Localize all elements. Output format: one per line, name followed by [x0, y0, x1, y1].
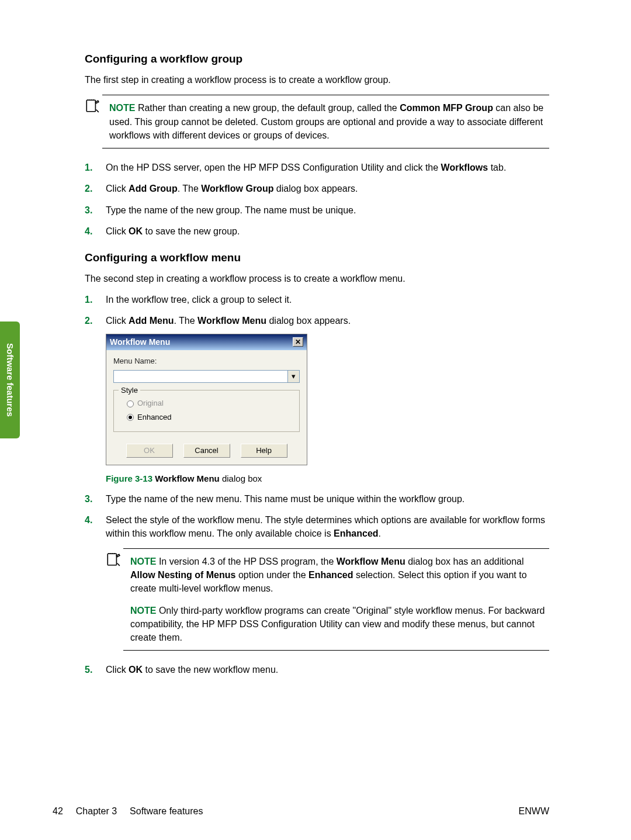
svg-rect-0 — [86, 101, 95, 112]
note-content: NOTE In version 4.3 of the HP DSS progra… — [123, 548, 549, 651]
step-5: Click OK to save the new workflow menu. — [85, 663, 549, 676]
note-text: dialog box has an additional — [405, 556, 524, 566]
heading-config-menu: Configuring a workflow menu — [85, 251, 549, 264]
step-text: Click — [106, 226, 129, 236]
heading-config-group: Configuring a workflow group — [85, 53, 549, 65]
step-text: to save the new workflow menu. — [143, 665, 278, 675]
step-bold: OK — [129, 665, 143, 675]
chapter-title: Software features — [130, 806, 203, 817]
page-footer: 42 Chapter 3 Software features ENWW — [53, 806, 549, 817]
dialog-buttons: OK Cancel Help — [113, 440, 300, 458]
figure-bold: Workflow Menu — [155, 473, 220, 483]
intro-config-group: The first step in creating a workflow pr… — [85, 74, 549, 87]
close-icon: ✕ — [295, 337, 301, 347]
step-text: Select the style of the workflow menu. T… — [106, 515, 545, 538]
ok-button: OK — [126, 444, 173, 458]
radio-icon — [127, 400, 134, 407]
step-text: to save the new group. — [143, 226, 240, 236]
note-text: In version 4.3 of the HP DSS program, th… — [156, 556, 336, 566]
note-bold: Allow Nesting of Menus — [130, 570, 235, 580]
footer-right: ENWW — [519, 806, 549, 817]
note-content: NOTE Rather than creating a new group, t… — [102, 95, 549, 148]
figure-caption: Figure 3-13 Workflow Menu dialog box — [106, 472, 549, 485]
step-text: Click — [106, 184, 129, 193]
step-text: On the HP DSS server, open the HP MFP DS… — [106, 163, 441, 172]
svg-rect-1 — [108, 554, 116, 565]
note-bold: Enhanced — [308, 570, 353, 580]
chapter-label: Chapter 3 — [76, 806, 117, 817]
step-text: . — [379, 528, 381, 538]
figure-rest: dialog box — [220, 473, 262, 483]
dropdown-button[interactable]: ▾ — [288, 370, 300, 383]
step-text: . The — [178, 184, 202, 193]
step-3: Type the name of the new group. The name… — [85, 204, 549, 217]
step-1: On the HP DSS server, open the HP MFP DS… — [85, 161, 549, 174]
menu-name-combo[interactable]: ▾ — [113, 370, 300, 383]
note-bold: Workflow Menu — [337, 556, 405, 566]
dialog-body: Menu Name: ▾ Style Original — [106, 350, 307, 465]
cancel-button[interactable]: Cancel — [183, 444, 230, 458]
help-button[interactable]: Help — [241, 444, 287, 458]
menu-name-label: Menu Name: — [113, 356, 300, 367]
page-number: 42 — [53, 806, 63, 817]
step-4: Select the style of the workflow menu. T… — [85, 514, 549, 651]
note-bold: Common MFP Group — [400, 103, 493, 113]
step-text: Click — [106, 665, 129, 675]
dialog-title: Workflow Menu — [110, 337, 170, 348]
note-text: Only third-party workflow programs can c… — [130, 606, 545, 642]
workflow-menu-dialog: Workflow Menu ✕ Menu Name: ▾ — [106, 334, 307, 465]
step-4: Click OK to save the new group. — [85, 225, 549, 238]
radio-original: Original — [127, 398, 292, 409]
step-text: dialog box appears. — [273, 184, 358, 193]
step-bold: Enhanced — [334, 528, 378, 538]
radio-icon — [127, 414, 134, 421]
note-icon — [106, 548, 123, 571]
dialog-titlebar: Workflow Menu ✕ — [106, 334, 307, 351]
step-1: In the workflow tree, click a group to s… — [85, 293, 549, 306]
style-legend: Style — [119, 385, 140, 396]
radio-label: Original — [137, 398, 164, 409]
note-label: NOTE — [109, 103, 135, 113]
step-bold: Workflow Menu — [197, 316, 266, 326]
step-text: tab. — [488, 163, 506, 172]
note-icon — [85, 95, 102, 116]
step-bold: Workflow Group — [201, 184, 273, 193]
menu-name-input[interactable] — [113, 370, 288, 383]
step-2: Click Add Menu. The Workflow Menu dialog… — [85, 314, 549, 485]
style-fieldset: Style Original Enhanced — [113, 390, 300, 431]
note-text: Rather than creating a new group, the de… — [135, 103, 400, 113]
note-version-43: NOTE In version 4.3 of the HP DSS progra… — [106, 548, 549, 651]
chevron-down-icon: ▾ — [292, 371, 296, 382]
note-common-mfp-group: NOTE Rather than creating a new group, t… — [85, 95, 549, 148]
steps-config-group: On the HP DSS server, open the HP MFP DS… — [85, 161, 549, 238]
note-label: NOTE — [130, 606, 156, 616]
intro-config-menu: The second step in creating a workflow p… — [85, 272, 549, 285]
step-3: Type the name of the new menu. This name… — [85, 493, 549, 506]
step-text: dialog box appears. — [266, 316, 351, 326]
step-bold: Add Group — [129, 184, 178, 193]
radio-label: Enhanced — [137, 412, 172, 423]
step-text: Click — [106, 316, 129, 326]
step-bold: Workflows — [441, 163, 488, 172]
steps-config-menu-part1: In the workflow tree, click a group to s… — [85, 293, 549, 677]
step-bold: Add Menu — [129, 316, 174, 326]
note-text: option under the — [235, 570, 308, 580]
figure-label: Figure 3-13 — [106, 473, 152, 483]
radio-enhanced[interactable]: Enhanced — [127, 412, 292, 423]
close-button[interactable]: ✕ — [293, 337, 303, 347]
note-label: NOTE — [130, 556, 156, 566]
page-content: Configuring a workflow group The first s… — [0, 0, 631, 725]
figure-workflow-menu-dialog: Workflow Menu ✕ Menu Name: ▾ — [106, 334, 549, 465]
step-bold: OK — [129, 226, 143, 236]
step-2: Click Add Group. The Workflow Group dial… — [85, 182, 549, 195]
step-text: . The — [174, 316, 197, 326]
